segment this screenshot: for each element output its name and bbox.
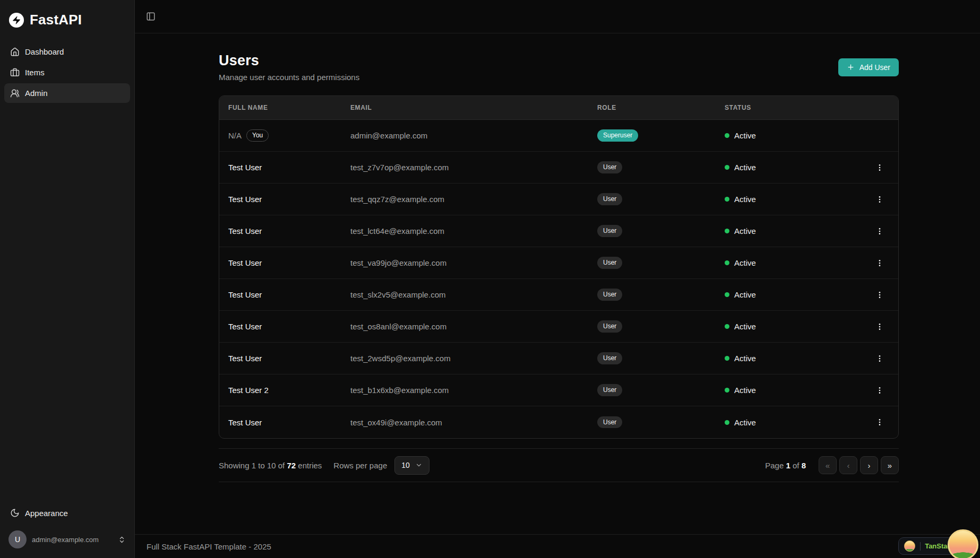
cell-email: admin@example.com	[350, 131, 597, 140]
row-menu-button[interactable]	[872, 320, 887, 333]
panel-left-icon	[146, 12, 156, 21]
cell-full-name: Test User	[219, 163, 350, 172]
tanstack-logo-icon[interactable]	[948, 529, 978, 558]
cell-actions	[860, 257, 899, 269]
page-head-text: Users Manage user accounts and permissio…	[219, 53, 359, 82]
cell-email: test_ox49i@example.com	[350, 418, 597, 427]
moon-icon	[10, 508, 20, 518]
column-header-role: Role	[597, 104, 725, 111]
table-row: N/A You admin@example.com Superuser Acti…	[219, 120, 898, 152]
cell-email: test_slx2v5@example.com	[350, 290, 597, 299]
row-menu-button[interactable]	[872, 352, 887, 365]
rows-per-page: Rows per page 10	[333, 456, 429, 475]
role-badge: User	[597, 352, 622, 364]
full-name-text: Test User	[228, 290, 262, 299]
user-email: admin@example.com	[32, 536, 113, 544]
status-text: Active	[734, 131, 756, 140]
row-menu-button[interactable]	[872, 289, 887, 301]
users-icon	[10, 89, 20, 98]
page-head: Users Manage user accounts and permissio…	[219, 53, 899, 82]
user-menu-button[interactable]: U admin@example.com	[4, 527, 130, 552]
status-text: Active	[734, 322, 756, 331]
page-title: Users	[219, 53, 359, 69]
sidebar-item-label: Admin	[25, 89, 48, 98]
cell-actions	[860, 384, 899, 397]
cell-status: Active	[725, 322, 860, 331]
previous-page-button[interactable]: ‹	[839, 456, 857, 474]
kebab-menu-icon	[875, 227, 884, 236]
first-page-button[interactable]: «	[819, 456, 837, 474]
fastapi-logo-icon	[8, 12, 24, 28]
page-subtitle: Manage user accounts and permissions	[219, 73, 359, 82]
sidebar-nav: Dashboard Items Admin	[0, 38, 134, 107]
plus-icon	[847, 63, 855, 71]
full-name-text: Test User	[228, 258, 262, 267]
app-footer: Full Stack FastAPI Template - 2025 TanSt…	[135, 534, 980, 558]
kebab-menu-icon	[875, 418, 884, 426]
status-dot-icon	[725, 356, 729, 361]
appearance-button[interactable]: Appearance	[4, 503, 130, 523]
full-name-text: Test User	[228, 195, 262, 204]
status-dot-icon	[725, 229, 729, 233]
sidebar-spacer	[0, 107, 134, 503]
table-row: Test User test_qqz7z@example.com User Ac…	[219, 184, 898, 215]
status-text: Active	[734, 418, 756, 427]
row-menu-button[interactable]	[872, 161, 887, 174]
sidebar-item-dashboard[interactable]: Dashboard	[4, 42, 130, 62]
add-user-label: Add User	[859, 63, 890, 72]
cell-full-name: Test User	[219, 322, 350, 331]
row-menu-button[interactable]	[872, 384, 887, 397]
add-user-button[interactable]: Add User	[838, 58, 899, 76]
page-current: 1	[786, 461, 790, 470]
sidebar-item-admin[interactable]: Admin	[4, 83, 130, 103]
table-row: Test User test_2wsd5p@example.com User A…	[219, 343, 898, 374]
row-menu-button[interactable]	[872, 257, 887, 269]
sidebar-toggle-button[interactable]	[144, 10, 158, 23]
last-page-button[interactable]: »	[881, 456, 899, 474]
cell-actions	[860, 416, 899, 429]
kebab-menu-icon	[875, 259, 884, 267]
full-name-text: Test User 2	[228, 386, 269, 395]
full-name-text: N/A	[228, 131, 242, 140]
users-table: Full Name Email Role Status N/A You admi…	[219, 95, 899, 439]
cell-email: test_lct64e@example.com	[350, 226, 597, 236]
table-row: Test User test_lct64e@example.com User A…	[219, 215, 898, 247]
table-row: Test User test_va99jo@example.com User A…	[219, 247, 898, 279]
column-header-email: Email	[350, 104, 597, 111]
cell-actions	[860, 289, 899, 301]
cell-status: Active	[725, 163, 860, 172]
role-badge: User	[597, 416, 622, 428]
cell-full-name: Test User	[219, 290, 350, 299]
appearance-label: Appearance	[25, 509, 68, 518]
role-badge: User	[597, 257, 622, 268]
page-total: 8	[802, 461, 806, 470]
row-menu-button[interactable]	[872, 225, 887, 238]
cell-actions	[860, 352, 899, 365]
kebab-menu-icon	[875, 354, 884, 363]
cell-status: Active	[725, 418, 860, 427]
rows-per-page-select[interactable]: 10	[394, 456, 429, 475]
sidebar: FastAPI Dashboard Items Admin	[0, 0, 135, 558]
avatar: U	[8, 530, 27, 548]
table-row: Test User 2 test_b1x6xb@example.com User…	[219, 374, 898, 406]
pagination-bar: Showing 1 to 10 of 72 entries Rows per p…	[219, 448, 899, 482]
cell-role: User	[597, 193, 725, 205]
status-text: Active	[734, 163, 756, 172]
role-badge: User	[597, 225, 622, 237]
cell-email: test_b1x6xb@example.com	[350, 386, 597, 395]
row-menu-button[interactable]	[872, 193, 887, 206]
chevron-down-icon	[415, 461, 423, 469]
cell-full-name: Test User	[219, 258, 350, 267]
row-menu-button[interactable]	[872, 416, 887, 429]
cell-role: User	[597, 257, 725, 268]
cell-role: User	[597, 161, 725, 173]
next-page-button[interactable]: ›	[860, 456, 878, 474]
status-dot-icon	[725, 197, 729, 202]
table-row: Test User test_slx2v5@example.com User A…	[219, 279, 898, 311]
column-header-status: Status	[725, 104, 860, 111]
rows-per-page-value: 10	[401, 461, 410, 469]
sidebar-item-label: Items	[25, 68, 45, 77]
sidebar-item-items[interactable]: Items	[4, 63, 130, 82]
rows-per-page-label: Rows per page	[333, 461, 387, 470]
role-badge: User	[597, 320, 622, 332]
